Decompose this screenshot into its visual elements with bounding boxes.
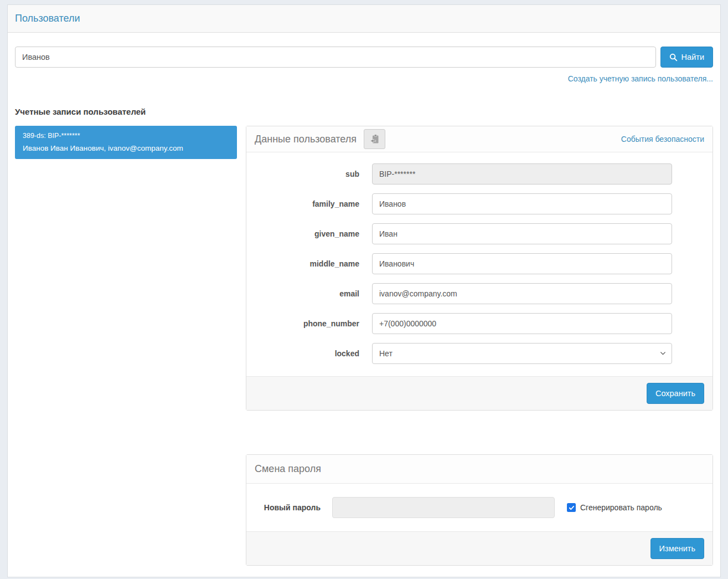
user-data-form: sub family_name given_name middl: [246, 152, 712, 376]
form-row-family-name: family_name: [246, 193, 712, 214]
create-account-row: Создать учетную запись пользователя...: [15, 74, 713, 83]
form-row-phone-number: phone_number: [246, 313, 712, 334]
field-label-phone-number: phone_number: [246, 319, 372, 328]
sub-input: [372, 163, 672, 185]
locked-select-wrap: Нет: [372, 343, 672, 364]
content-columns: 389-ds: BIP-******* Иванов Иван Иванович…: [15, 126, 713, 566]
form-row-middle-name: middle_name: [246, 253, 712, 274]
phone-number-input[interactable]: [372, 313, 672, 334]
copy-user-button[interactable]: [364, 129, 385, 149]
generate-password-label: Сгенерировать пароль: [580, 503, 662, 512]
family-name-input[interactable]: [372, 193, 672, 214]
user-data-panel-footer: Сохранить: [246, 376, 712, 410]
accounts-list: 389-ds: BIP-******* Иванов Иван Иванович…: [15, 126, 237, 159]
page-title: Пользователи: [8, 5, 720, 33]
password-panel-title: Смена пароля: [255, 463, 321, 475]
accounts-list-heading: Учетные записи пользователей: [15, 107, 713, 116]
field-label-email: email: [246, 289, 372, 298]
new-password-input: [332, 497, 555, 518]
account-item-fullname: Иванов Иван Иванович, ivanov@company.com: [23, 144, 229, 152]
search-button[interactable]: Найти: [660, 47, 713, 68]
search-input[interactable]: [15, 47, 656, 68]
change-password-button[interactable]: Изменить: [650, 538, 704, 559]
form-row-given-name: given_name: [246, 223, 712, 244]
security-events-link[interactable]: События безопасности: [621, 135, 704, 144]
search-bar: Найти: [15, 47, 713, 68]
password-form: Новый пароль Сгенерировать пароль: [246, 484, 712, 531]
user-data-panel-heading: Данные пользователя События: [246, 126, 712, 152]
account-item-id: 389-ds: BIP-*******: [23, 132, 229, 140]
page-body: Найти Создать учетную запись пользовател…: [8, 33, 720, 577]
field-label-given-name: given_name: [246, 229, 372, 238]
details-column: Данные пользователя События: [246, 126, 713, 566]
save-button[interactable]: Сохранить: [647, 383, 704, 404]
generate-password-checkbox-group[interactable]: Сгенерировать пароль: [567, 503, 662, 512]
generate-password-checkbox[interactable]: [567, 503, 576, 512]
create-account-link[interactable]: Создать учетную запись пользователя...: [568, 74, 713, 83]
search-icon: [669, 53, 678, 62]
field-label-locked: locked: [246, 349, 372, 358]
user-data-panel: Данные пользователя События: [246, 126, 713, 411]
form-row-sub: sub: [246, 163, 712, 185]
password-panel-heading: Смена пароля: [246, 455, 712, 484]
middle-name-input[interactable]: [372, 253, 672, 274]
checkmark-icon: [569, 505, 575, 511]
clipboard-icon: [370, 134, 379, 144]
locked-select[interactable]: Нет: [372, 343, 672, 364]
users-page-panel: Пользователи Найти Создать учетную запис…: [7, 4, 721, 577]
form-row-email: email: [246, 283, 712, 304]
password-panel-footer: Изменить: [246, 531, 712, 565]
field-label-family-name: family_name: [246, 199, 372, 208]
field-label-sub: sub: [246, 170, 372, 178]
given-name-input[interactable]: [372, 223, 672, 244]
field-label-middle-name: middle_name: [246, 259, 372, 268]
account-list-item-selected[interactable]: 389-ds: BIP-******* Иванов Иван Иванович…: [15, 126, 237, 159]
user-data-panel-title: Данные пользователя: [255, 134, 357, 145]
email-input[interactable]: [372, 283, 672, 304]
password-panel: Смена пароля Новый пароль Сгенерировать …: [246, 454, 713, 566]
search-button-label: Найти: [681, 53, 704, 62]
new-password-label: Новый пароль: [246, 503, 321, 512]
form-row-locked: locked Нет: [246, 343, 712, 364]
